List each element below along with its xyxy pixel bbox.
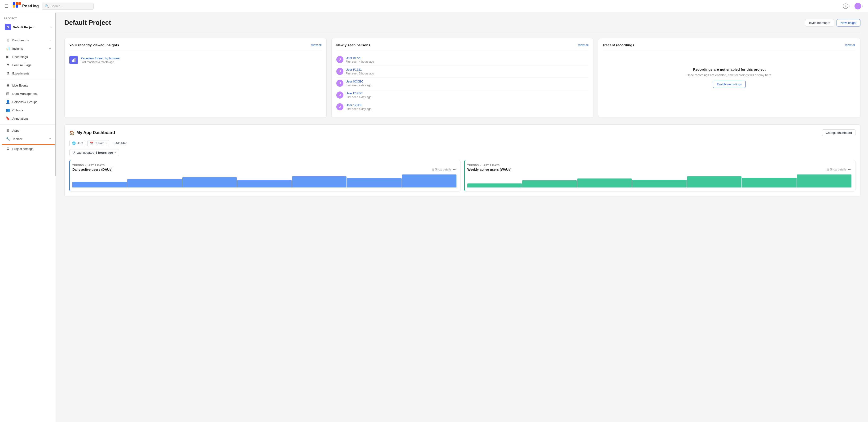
newly-seen-title: Newly seen persons [336, 43, 370, 47]
svg-rect-6 [73, 59, 74, 62]
insight-icon [69, 56, 78, 64]
chart-bar [127, 179, 182, 188]
person-item: U User 91721 First seen 4 hours ago [336, 54, 589, 66]
chart-bar [742, 178, 796, 188]
person-name[interactable]: User F1731 [346, 68, 589, 71]
person-item: U User 0CCBC First seen a day ago [336, 77, 589, 89]
details-icon: ▤ [431, 168, 434, 171]
chart-bar [797, 174, 851, 188]
details-icon: ▤ [826, 168, 829, 171]
chart-bar [402, 174, 457, 188]
page-divider [64, 32, 861, 32]
chart-area [467, 173, 851, 188]
annotations-icon: 🔖 [6, 116, 10, 121]
sidebar-item-live-events[interactable]: ◉ Live Events [2, 81, 55, 89]
page-title: Default Project [64, 19, 111, 27]
project-settings-icon: ⚙ [6, 147, 10, 151]
sidebar-section-label: PROJECT [0, 14, 57, 21]
sidebar-item-apps[interactable]: ⊞ Apps [2, 127, 55, 134]
sidebar-item-label: Dashboards [12, 38, 47, 42]
project-selector[interactable]: G Default Project ▾ [2, 22, 55, 32]
chart-area [72, 173, 457, 188]
custom-filter-chip[interactable]: 📅 Custom ▾ [87, 140, 109, 147]
house-icon: 🏠 [69, 130, 74, 135]
person-meta: First seen a day ago [346, 107, 589, 111]
toolbar-icon: 🔧 [6, 137, 10, 141]
live-events-icon: ◉ [6, 83, 10, 88]
last-updated-prefix: Last updated [76, 151, 94, 154]
sidebar-item-persons-groups[interactable]: 👤 Persons & Groups [2, 98, 55, 106]
newly-seen-all-link[interactable]: View all [578, 43, 589, 47]
sidebar-item-dashboards[interactable]: ⊞ Dashboards ▾ [2, 36, 55, 44]
person-item: U User 122DE First seen a day ago [336, 101, 589, 113]
persons-groups-icon: 👤 [6, 100, 10, 104]
svg-rect-4 [19, 2, 21, 5]
experiments-icon: ⚗ [6, 71, 10, 75]
search-box[interactable]: 🔍 Search... [42, 3, 94, 10]
metric-badge: TRENDS • LAST 7 DAYS [467, 164, 500, 167]
persons-list: U User 91721 First seen 4 hours ago U Us… [336, 54, 589, 113]
help-icon: ? [843, 4, 848, 9]
recently-viewed-all-link[interactable]: View all [311, 43, 322, 47]
person-name[interactable]: User 122DE [346, 103, 589, 107]
person-name[interactable]: User E17DF [346, 92, 589, 95]
sidebar-scrollbar[interactable] [55, 12, 57, 422]
toolbar-chevron-icon: ▾ [50, 137, 51, 140]
change-dashboard-button[interactable]: Change dashboard [822, 129, 856, 136]
insight-name[interactable]: Pageview funnel, by browser [81, 57, 322, 60]
more-options-button[interactable]: ••• [848, 168, 851, 171]
enable-recordings-button[interactable]: Enable recordings [713, 80, 746, 88]
chart-bar [72, 182, 127, 188]
sidebar-item-toolbar[interactable]: 🔧 Toolbar ▾ [2, 135, 55, 143]
hamburger-button[interactable]: ☰ [4, 3, 9, 10]
person-avatar: U [336, 68, 343, 75]
show-details-button[interactable]: ▤ Show details [826, 168, 846, 171]
sidebar-item-label: Insights [12, 47, 46, 51]
recent-recordings-card: Recent recordings View all Recordings ar… [598, 38, 861, 118]
sidebar-item-label: Apps [12, 129, 51, 132]
add-filter-label: + Add filter [113, 141, 127, 145]
sidebar-item-cohorts[interactable]: 👥 Cohorts [2, 106, 55, 114]
sidebar-item-data-management[interactable]: ▤ Data Management [2, 90, 55, 98]
utc-filter-chip[interactable]: 🌐 UTC [69, 140, 85, 147]
user-chevron-icon: ▾ [862, 5, 863, 7]
invite-members-button[interactable]: Invite members [805, 19, 834, 27]
person-avatar: U [336, 92, 343, 99]
last-updated-button[interactable]: ↺ Last updated 5 hours ago ▾ [69, 149, 119, 156]
person-avatar: U [336, 56, 343, 63]
help-button[interactable]: ? ▾ [841, 3, 851, 10]
recordings-disabled: Recordings are not enabled for this proj… [603, 54, 856, 101]
sidebar-item-project-settings[interactable]: ⚙ Project settings [2, 144, 55, 153]
recent-recordings-all-link[interactable]: View all [845, 43, 856, 47]
sidebar-item-annotations[interactable]: 🔖 Annotations [2, 115, 55, 123]
metric-title-text: Weekly active users (WAUs) [467, 168, 512, 171]
sidebar-divider-2 [0, 124, 57, 125]
posthog-logo [12, 2, 21, 10]
recent-recordings-title: Recent recordings [603, 43, 634, 47]
sidebar-divider [0, 79, 57, 79]
insights-add-icon[interactable]: + [49, 46, 51, 51]
chart-bar [237, 180, 291, 188]
sidebar-item-feature-flags[interactable]: ⚑ Feature Flags [2, 61, 55, 69]
person-meta: First seen a day ago [346, 96, 589, 99]
new-insight-button[interactable]: New insight [837, 19, 861, 27]
svg-rect-3 [16, 5, 18, 7]
sidebar-item-recordings[interactable]: ▶ Recordings [2, 53, 55, 61]
person-meta: First seen 5 hours ago [346, 72, 589, 75]
sidebar-item-insights[interactable]: 📊 Insights + [2, 44, 55, 53]
search-icon: 🔍 [45, 4, 49, 8]
show-details-button[interactable]: ▤ Show details [431, 168, 451, 171]
chart-bar [577, 178, 632, 188]
person-item: U User E17DF First seen a day ago [336, 89, 589, 101]
insight-item: Pageview funnel, by browser Last modifie… [69, 54, 322, 66]
person-name[interactable]: User 0CCBC [346, 80, 589, 83]
sidebar-item-experiments[interactable]: ⚗ Experiments [2, 69, 55, 77]
add-filter-button[interactable]: + Add filter [111, 140, 128, 146]
recently-viewed-title: Your recently viewed insights [69, 43, 119, 47]
sidebar-item-label: Persons & Groups [12, 100, 51, 104]
more-options-button[interactable]: ••• [453, 168, 457, 171]
chart-bar [687, 176, 741, 188]
user-menu-button[interactable]: I ▾ [853, 2, 864, 10]
sidebar-item-label: Project settings [12, 147, 51, 151]
person-name[interactable]: User 91721 [346, 56, 589, 60]
